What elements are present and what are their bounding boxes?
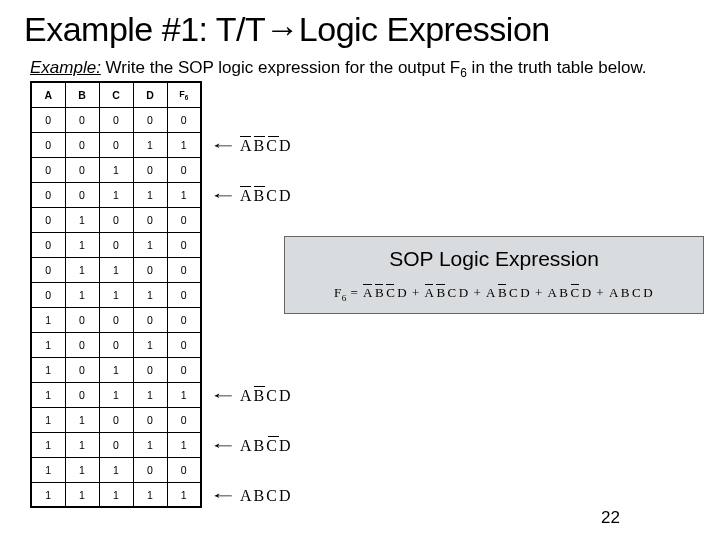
tt-cell: 0 — [31, 182, 65, 207]
sop-box: SOP Logic Expression F6 = ABCD + ABCD + … — [284, 236, 704, 314]
table-row: 10100 — [31, 357, 201, 382]
tt-cell: 1 — [167, 382, 201, 407]
tt-cell: 1 — [65, 282, 99, 307]
tt-cell: 0 — [133, 407, 167, 432]
tt-cell: 0 — [99, 307, 133, 332]
table-row: 01010 — [31, 232, 201, 257]
tt-header: F6 — [167, 82, 201, 107]
table-row: 00011 — [31, 132, 201, 157]
tt-cell: 0 — [167, 307, 201, 332]
subtitle-text-b: in the truth table below. — [467, 58, 647, 77]
tt-cell: 1 — [133, 232, 167, 257]
table-row: 00111 — [31, 182, 201, 207]
minterm-label: ←ABCD — [214, 485, 292, 506]
tt-cell: 1 — [99, 182, 133, 207]
tt-cell: 0 — [31, 107, 65, 132]
arrow-left-icon: ← — [209, 485, 238, 506]
tt-cell: 0 — [65, 307, 99, 332]
tt-cell: 0 — [31, 282, 65, 307]
minterm-term: ABCD — [240, 187, 292, 205]
subtitle-text-a: Write the SOP logic expression for the o… — [101, 58, 460, 77]
minterm-label: ←ABCD — [214, 135, 292, 156]
table-row: 10000 — [31, 307, 201, 332]
tt-header: B — [65, 82, 99, 107]
tt-cell: 1 — [167, 132, 201, 157]
tt-cell: 1 — [167, 432, 201, 457]
minterm-label: ←ABCD — [214, 385, 292, 406]
tt-cell: 1 — [65, 407, 99, 432]
arrow-left-icon: ← — [209, 385, 238, 406]
tt-cell: 1 — [31, 307, 65, 332]
subtitle-label: Example: — [30, 58, 101, 77]
tt-cell: 0 — [65, 107, 99, 132]
tt-cell: 1 — [99, 457, 133, 482]
tt-cell: 1 — [99, 282, 133, 307]
tt-cell: 0 — [167, 207, 201, 232]
table-row: 11011 — [31, 432, 201, 457]
tt-cell: 0 — [167, 457, 201, 482]
tt-header: C — [99, 82, 133, 107]
table-row: 01100 — [31, 257, 201, 282]
table-row: 11100 — [31, 457, 201, 482]
tt-cell: 1 — [99, 357, 133, 382]
content-area: ABCDF6 000000001100100001110100001010011… — [24, 81, 696, 508]
tt-cell: 0 — [167, 282, 201, 307]
tt-cell: 0 — [167, 257, 201, 282]
tt-cell: 0 — [99, 107, 133, 132]
tt-header: A — [31, 82, 65, 107]
table-row: 10111 — [31, 382, 201, 407]
tt-cell: 0 — [65, 332, 99, 357]
table-row: 11000 — [31, 407, 201, 432]
tt-cell: 0 — [167, 357, 201, 382]
tt-cell: 0 — [167, 332, 201, 357]
tt-cell: 0 — [133, 257, 167, 282]
tt-cell: 1 — [65, 457, 99, 482]
tt-cell: 1 — [167, 182, 201, 207]
tt-cell: 1 — [99, 382, 133, 407]
tt-cell: 0 — [99, 407, 133, 432]
tt-cell: 1 — [133, 332, 167, 357]
slide-title: Example #1: T/T→Logic Expression — [24, 10, 696, 49]
tt-cell: 1 — [133, 282, 167, 307]
tt-cell: 0 — [133, 457, 167, 482]
tt-cell: 1 — [133, 482, 167, 507]
tt-cell: 0 — [31, 257, 65, 282]
tt-cell: 0 — [65, 357, 99, 382]
tt-cell: 0 — [133, 207, 167, 232]
table-row: 10010 — [31, 332, 201, 357]
table-row: 00100 — [31, 157, 201, 182]
tt-cell: 0 — [31, 132, 65, 157]
tt-header: D — [133, 82, 167, 107]
tt-cell: 0 — [167, 107, 201, 132]
tt-cell: 0 — [167, 407, 201, 432]
tt-cell: 0 — [133, 357, 167, 382]
tt-cell: 1 — [65, 432, 99, 457]
tt-cell: 0 — [133, 107, 167, 132]
tt-cell: 1 — [133, 432, 167, 457]
tt-cell: 0 — [65, 132, 99, 157]
sop-equation: F6 = ABCD + ABCD + ABCD + ABCD + ABCD — [334, 285, 654, 303]
tt-cell: 0 — [99, 132, 133, 157]
tt-cell: 1 — [133, 132, 167, 157]
sop-title: SOP Logic Expression — [291, 247, 697, 271]
arrow-left-icon: ← — [209, 135, 238, 156]
tt-cell: 0 — [31, 232, 65, 257]
subtitle-sub: 6 — [460, 66, 467, 80]
tt-cell: 0 — [99, 432, 133, 457]
tt-cell: 0 — [133, 157, 167, 182]
tt-cell: 1 — [65, 207, 99, 232]
tt-cell: 0 — [65, 382, 99, 407]
tt-cell: 0 — [31, 157, 65, 182]
tt-cell: 1 — [99, 257, 133, 282]
tt-cell: 1 — [65, 257, 99, 282]
tt-cell: 0 — [99, 207, 133, 232]
minterm-term: ABCD — [240, 487, 292, 505]
tt-cell: 0 — [65, 157, 99, 182]
arrow-left-icon: ← — [209, 435, 238, 456]
tt-cell: 1 — [99, 157, 133, 182]
tt-cell: 1 — [31, 357, 65, 382]
tt-cell: 1 — [65, 232, 99, 257]
tt-cell: 1 — [31, 457, 65, 482]
truth-table: ABCDF6 000000001100100001110100001010011… — [30, 81, 202, 508]
tt-cell: 1 — [65, 482, 99, 507]
